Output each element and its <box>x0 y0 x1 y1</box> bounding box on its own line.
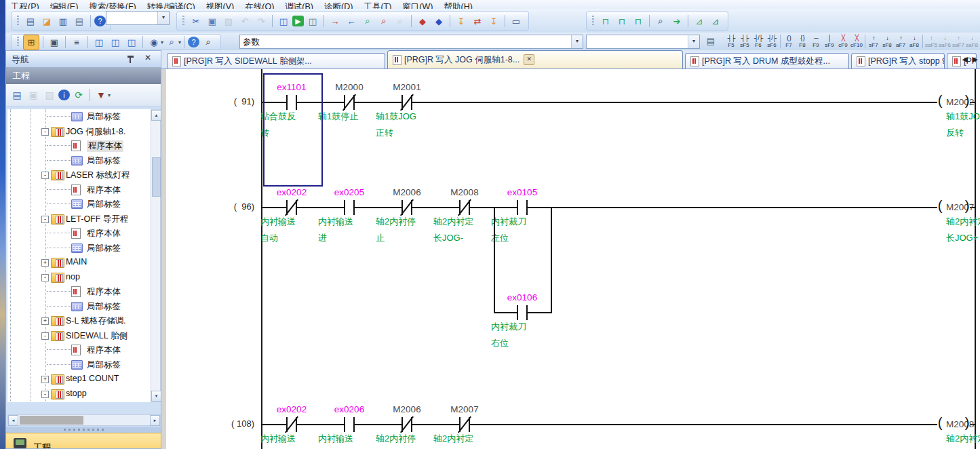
ladder-symbol-aF8-icon[interactable]: ↓aF8 <box>907 34 921 49</box>
tree-item-label[interactable]: SIDEWALL 胎侧 <box>66 330 128 342</box>
redo-icon[interactable]: ↷ <box>254 14 269 28</box>
copy-icon[interactable]: ▣ <box>205 14 220 28</box>
ladder-symbol-cF9-icon[interactable]: ╳cF9 <box>836 34 850 49</box>
undo-icon[interactable]: ↶ <box>237 14 252 28</box>
ladder-test-icon[interactable]: ▶ <box>292 16 304 26</box>
save-icon[interactable]: ▥ <box>56 14 71 28</box>
ladder-symbol-aF7-icon[interactable]: ↑aF7 <box>894 34 907 49</box>
collapse-icon[interactable]: - <box>41 172 49 179</box>
chevron-down-icon[interactable]: ▾ <box>688 35 699 48</box>
tree-item[interactable]: 程序本体 <box>7 138 151 153</box>
tree-item[interactable]: -stopp <box>7 387 151 402</box>
device-memory-icon[interactable]: ◫ <box>108 35 123 50</box>
sampling-trace-1-icon[interactable]: ⊓ <box>598 14 613 28</box>
scrollbar-thumb[interactable] <box>152 157 161 197</box>
trace-exec-icon[interactable]: ➔ <box>669 14 684 28</box>
tree-item[interactable]: 局部标签 <box>7 109 151 124</box>
device-test-red-icon[interactable]: ◆ <box>415 14 430 28</box>
tree-item-label[interactable]: 程序本体 <box>87 140 123 152</box>
graph-1-icon[interactable]: ⊿ <box>692 14 707 28</box>
monitor-mode-icon[interactable]: ⌕ <box>393 14 408 28</box>
ladder-symbol-sF9-icon[interactable]: │sF9 <box>823 34 836 49</box>
contact-ex0205[interactable] <box>342 199 356 216</box>
document-tab[interactable]: [PRG]R 写入 DRUM 成型鼓处程... <box>685 53 849 69</box>
nav-sort-icon[interactable]: ▼ <box>94 88 109 102</box>
tree-horizontal-scrollbar[interactable]: ◂ ▸ <box>7 414 161 426</box>
document-tab-active[interactable]: [PRG]R 写入 JOG 伺服轴1-8...✕ <box>387 50 683 69</box>
contact-ex0202[interactable] <box>285 199 298 216</box>
tree-item-label[interactable]: LASER 标线灯程 <box>66 170 130 181</box>
sampling-trace-2-icon[interactable]: ⊓ <box>614 14 629 28</box>
collapse-icon[interactable]: - <box>41 274 49 281</box>
ladder-symbol-F5-icon[interactable]: ┤├F5 <box>724 34 738 49</box>
pin-icon[interactable] <box>128 56 134 65</box>
contact-M2007[interactable] <box>458 416 471 433</box>
device-display-icon[interactable]: ◉ <box>146 35 161 50</box>
ladder-symbol-saF8-icon[interactable]: ↓saF8 <box>965 34 979 49</box>
ladder-symbol-F9-icon[interactable]: ─F9 <box>809 34 823 49</box>
contact-M2001[interactable] <box>400 94 414 111</box>
tree-item[interactable]: 程序本体 <box>7 182 151 197</box>
panel-splitter[interactable] <box>6 427 161 433</box>
expand-icon[interactable]: + <box>41 376 49 383</box>
plc-write-icon[interactable]: → <box>328 14 342 28</box>
menu-item[interactable]: 搜索/替换(F) <box>83 0 141 9</box>
tree-item[interactable]: 局部标签 <box>7 241 151 256</box>
project-view-button[interactable]: 工程 <box>6 433 161 449</box>
help-icon[interactable]: ? <box>94 16 106 26</box>
menu-item[interactable]: 诊断(D) <box>319 0 358 9</box>
tree-item-label[interactable]: 局部标签 <box>87 199 121 210</box>
ladder-symbol-saF6-icon[interactable]: ↓saF6 <box>938 34 952 49</box>
monitor-start-icon[interactable]: ⌕ <box>360 14 375 28</box>
tree-item[interactable]: -JOG 伺服轴1-8. <box>7 124 151 139</box>
find-combo[interactable]: ▾ <box>586 35 700 49</box>
tree-item-label[interactable]: 局部标签 <box>87 155 121 167</box>
contact-M2006[interactable] <box>400 416 414 433</box>
print-icon[interactable]: ▤ <box>72 14 87 28</box>
tree-item-label[interactable]: 局部标签 <box>87 111 121 123</box>
tree-item-label[interactable]: step1 COUNT <box>66 374 119 383</box>
document-tab[interactable]: [PRG]R 写入 SIDEWALL 胎侧架... <box>167 53 385 69</box>
tree-item-label[interactable]: LET-OFF 导开程 <box>66 214 128 225</box>
chevron-down-icon[interactable]: ▾ <box>571 35 583 48</box>
ladder-symbol-cF10-icon[interactable]: ╳cF10 <box>850 34 863 49</box>
document-tab[interactable]: [PRG]R 写入 stopp 93步 <box>851 53 945 69</box>
tree-item-label[interactable]: 局部标签 <box>87 301 121 313</box>
window-select-combo[interactable]: 参数 ▾ <box>239 35 583 49</box>
new-window-icon[interactable]: ▤ <box>703 34 718 48</box>
tree-item-label[interactable]: 程序本体 <box>87 345 121 356</box>
ladder-canvas[interactable]: ( 91)ex1101贴合鼓反转M2000轴1鼓停止M2001轴1鼓JOG正转(… <box>161 69 980 449</box>
nav-paste-icon[interactable]: ▧ <box>42 88 57 102</box>
device-display-icon-dropdown[interactable]: ▾ <box>161 39 163 45</box>
tab-scroll-right-icon[interactable]: ▶ <box>973 55 978 64</box>
project-combo[interactable]: ▾ <box>106 11 170 25</box>
tree-item-label[interactable]: 程序本体 <box>87 286 121 298</box>
tree-item[interactable]: -LET-OFF 导开程 <box>7 212 151 227</box>
tree-vertical-scrollbar[interactable]: ▴ ▾ <box>151 109 161 402</box>
nav-copy-icon[interactable]: ▣ <box>26 88 41 102</box>
cut-icon[interactable]: ✂ <box>189 14 203 28</box>
new-file-icon[interactable]: ▤ <box>23 14 38 28</box>
expand-icon[interactable]: + <box>41 317 49 325</box>
device-comment-icon[interactable]: ◫ <box>92 35 106 50</box>
ladder-symbol-sF6-icon[interactable]: ┤/├sF6 <box>765 34 779 49</box>
close-icon[interactable]: ✕ <box>144 53 151 62</box>
ladder-symbol-F7-icon[interactable]: ( )F7 <box>782 34 796 49</box>
cross-reference-icon[interactable]: ⌕ <box>201 35 216 50</box>
contact-M2006[interactable] <box>400 199 414 216</box>
menu-item[interactable]: 在线(O) <box>239 0 279 9</box>
tree-item-label[interactable]: S-L 规格存储调. <box>66 315 125 327</box>
tree-item-label[interactable]: 局部标签 <box>87 359 121 371</box>
program-list-icon[interactable]: ≡ <box>69 35 84 50</box>
tree-item[interactable]: -SIDEWALL 胎侧 <box>7 328 151 343</box>
sampling-trace-3-icon[interactable]: ⊓ <box>631 14 646 28</box>
device-display-icon[interactable]: ◫ <box>276 14 291 28</box>
plc-read-icon[interactable]: ← <box>344 14 359 28</box>
expand-icon[interactable]: + <box>41 259 49 267</box>
paste-icon[interactable]: ▧ <box>221 14 236 28</box>
ladder-symbol-sF5-icon[interactable]: ┤├sF5 <box>738 34 751 49</box>
navigation-toggle-icon[interactable]: ⊞ <box>23 35 39 50</box>
nav-refresh-icon[interactable]: ⟳ <box>71 88 86 102</box>
transfer-icon[interactable]: ↧ <box>486 14 501 28</box>
chevron-down-icon[interactable]: ▾ <box>157 12 169 24</box>
